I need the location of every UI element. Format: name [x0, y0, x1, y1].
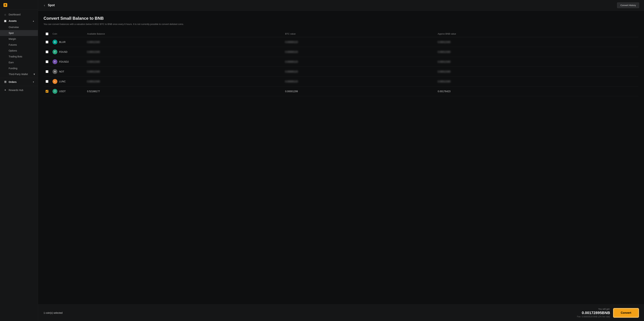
- third-party-chevron: ▼: [33, 73, 36, 76]
- table-row: FFDUSD20.000123450.000001230.00012345: [44, 57, 638, 67]
- you-will-get-section: You will get: 0.00172895BNB Fee: 0.00003…: [577, 308, 610, 318]
- select-all-checkbox[interactable]: [46, 33, 48, 35]
- coin-symbol-5: USDT: [59, 90, 66, 93]
- coin-logo-5: T: [52, 89, 57, 94]
- row-btc-3: 0.00000123: [283, 67, 436, 77]
- coin-logo-1: F: [52, 50, 57, 54]
- blurred-btc-2: 0.00000123: [285, 60, 298, 63]
- sidebar-item-margin[interactable]: Margin: [0, 36, 38, 42]
- row-checkbox-cell-0: [44, 37, 50, 47]
- blurred-btc-0: 0.00000123: [285, 41, 298, 44]
- table-row: FFDUSD0.000123450.000001230.00012345: [44, 47, 638, 57]
- row-checkbox-cell-5: [44, 86, 50, 96]
- col-coin-header: Coin: [50, 31, 85, 37]
- logo-icon: B: [4, 3, 7, 7]
- sidebar-item-trading-bots[interactable]: Trading Bots: [0, 54, 38, 60]
- table-row: NNOT0.000123450.000001230.00012345: [44, 67, 638, 77]
- sidebar-item-earn[interactable]: Earn: [0, 60, 38, 65]
- convert-history-button[interactable]: Convert History: [617, 3, 639, 8]
- row-btc-5: 0.00001299: [283, 86, 436, 96]
- row-btc-0: 0.00000123: [283, 37, 436, 47]
- blurred-available-0: 0.00012345: [87, 41, 100, 44]
- row-bnb-1: 0.00012345: [436, 47, 638, 57]
- assets-chevron: ▲: [32, 20, 34, 22]
- coin-logo-4: L: [52, 79, 57, 84]
- sidebar-label-dashboard: Dashboard: [9, 13, 34, 16]
- fee-text: Fee: 0.00003528 BNB (2% fee rate): [577, 315, 610, 318]
- coin-symbol-0: BLUR: [59, 41, 66, 44]
- convert-button[interactable]: Convert: [614, 308, 638, 317]
- table-row: BBLUR0.000123450.000001230.00012345: [44, 37, 638, 47]
- sidebar-item-funding[interactable]: Funding: [0, 65, 38, 71]
- row-checkbox-5[interactable]: [46, 90, 48, 93]
- row-checkbox-cell-2: [44, 57, 50, 67]
- sidebar-item-futures[interactable]: Futures: [0, 42, 38, 48]
- coin-symbol-1: FDUSD: [59, 51, 68, 53]
- sidebar-label-assets: Assets: [9, 20, 16, 22]
- row-checkbox-4[interactable]: [46, 80, 48, 83]
- row-btc-2: 0.00000123: [283, 57, 436, 67]
- row-available-4: 0.00012345: [85, 77, 283, 86]
- convert-main-title: Convert Small Balance to BNB: [44, 16, 638, 21]
- blurred-bnb-0: 0.00012345: [438, 41, 450, 44]
- row-bnb-4: 0.00012345: [436, 77, 638, 86]
- topbar: ‹ Spot Convert History: [38, 0, 644, 11]
- row-checkbox-1[interactable]: [46, 51, 48, 53]
- dashboard-icon: ⌂: [4, 13, 7, 16]
- sidebar-group-orders[interactable]: ☰ Orders ▼: [0, 79, 38, 85]
- sidebar-divider-1: [0, 78, 38, 78]
- overview-label: Overview: [9, 26, 19, 29]
- row-coin-0: BBLUR: [50, 37, 85, 47]
- sidebar-logo: B: [0, 0, 38, 10]
- you-will-get-amount: 0.00172895BNB: [582, 311, 610, 315]
- col-available-header: Available Balance: [85, 31, 283, 37]
- orders-chevron: ▼: [32, 81, 34, 83]
- blurred-bnb-2: 0.00012345: [438, 60, 450, 63]
- blurred-bnb-3: 0.00012345: [438, 70, 450, 73]
- sidebar-item-options[interactable]: Options: [0, 48, 38, 54]
- blurred-bnb-1: 0.00012345: [438, 51, 450, 53]
- sidebar-label-orders: Orders: [9, 81, 16, 83]
- row-btc-4: 0.00000123: [283, 77, 436, 86]
- row-coin-4: LLUNC: [50, 77, 85, 86]
- you-will-get-label: You will get:: [598, 308, 610, 310]
- coin-table: Coin Available Balance BTC value Approx …: [44, 31, 638, 96]
- col-checkbox: [44, 31, 50, 37]
- sidebar-item-third-party[interactable]: Third-Party Wallet ▼: [0, 71, 38, 77]
- main-area: ‹ Spot Convert History Convert Small Bal…: [38, 0, 644, 321]
- bottom-bar: 1 coin(s) selected You will get: 0.00172…: [38, 304, 644, 321]
- row-available-2: 0.00012345: [85, 57, 283, 67]
- row-bnb-5: 0.00176423: [436, 86, 638, 96]
- rewards-icon: ✦: [4, 89, 7, 92]
- coin-symbol-3: NOT: [59, 70, 64, 73]
- sidebar-group-assets[interactable]: ▣ Assets ▲: [0, 18, 38, 24]
- back-button[interactable]: ‹: [43, 3, 46, 8]
- options-label: Options: [9, 49, 17, 52]
- row-coin-5: TUSDT: [50, 86, 85, 96]
- blurred-bnb-4: 0.00012345: [438, 80, 450, 83]
- sidebar-item-dashboard[interactable]: ⌂ Dashboard: [0, 11, 38, 18]
- sidebar-item-overview[interactable]: Overview: [0, 24, 38, 30]
- row-checkbox-cell-1: [44, 47, 50, 57]
- row-checkbox-3[interactable]: [46, 70, 48, 73]
- trading-bots-label: Trading Bots: [9, 55, 22, 58]
- blurred-btc-3: 0.00000123: [285, 70, 298, 73]
- funding-label: Funding: [9, 67, 18, 70]
- spot-label: Spot: [9, 32, 14, 35]
- coin-logo-2: F: [52, 59, 57, 64]
- blurred-available-1: 0.00012345: [87, 51, 100, 53]
- row-available-0: 0.00012345: [85, 37, 283, 47]
- third-party-label: Third-Party Wallet: [9, 73, 28, 76]
- earn-label: Earn: [9, 61, 14, 64]
- coin-table-body: BBLUR0.000123450.000001230.00012345FFDUS…: [44, 37, 638, 96]
- row-checkbox-0[interactable]: [46, 41, 48, 44]
- row-checkbox-2[interactable]: [46, 60, 48, 63]
- sidebar-item-rewards[interactable]: ✦ Rewards Hub: [0, 87, 38, 93]
- coin-logo-0: B: [52, 40, 57, 45]
- futures-label: Futures: [9, 44, 17, 46]
- col-bnb-header: Approx BNB value: [436, 31, 638, 37]
- row-coin-1: FFDUSD: [50, 47, 85, 57]
- sidebar-item-spot[interactable]: Spot: [0, 30, 38, 36]
- row-btc-1: 0.00000123: [283, 47, 436, 57]
- page-body: Convert Small Balance to BNB You can con…: [38, 11, 644, 321]
